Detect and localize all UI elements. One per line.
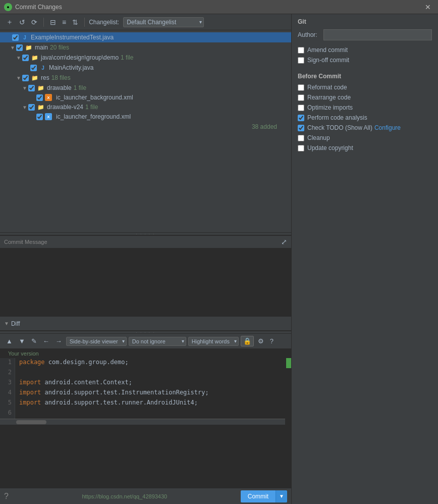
code-line: 5 import android.support.test.runner.And… <box>0 398 285 409</box>
add-button[interactable]: ＋ <box>4 17 15 28</box>
viewer-select[interactable]: Side-by-side viewer Unified viewer <box>66 337 127 346</box>
list-item[interactable]: ▼ 📁 java\com\design\group\demo 1 file <box>0 53 291 63</box>
diff-forward-button[interactable]: → <box>53 336 64 346</box>
ignore-select[interactable]: Do not ignore Ignore whitespace <box>129 337 186 346</box>
tree-arrow: ▼ <box>22 85 28 91</box>
reformat-checkbox[interactable] <box>298 84 304 91</box>
amend-commit-label: Amend commit <box>307 46 348 54</box>
list-item[interactable]: J ExampleInstrumentedTest.java <box>0 32 291 42</box>
v-scrollbar-thumb[interactable] <box>286 358 291 368</box>
undo-button[interactable]: ↺ <box>17 17 27 27</box>
folder-checkbox[interactable] <box>28 85 35 91</box>
line-number: 6 <box>0 409 15 419</box>
settings-button[interactable]: ⚙ <box>256 336 266 346</box>
list-item[interactable]: ▼ 📁 main 20 files <box>0 42 291 53</box>
diff-header: ▼ Diff <box>0 317 291 331</box>
folder-icon: 📁 <box>31 54 39 62</box>
lock-button[interactable]: 🔒 <box>241 336 254 346</box>
file-checkbox[interactable] <box>12 34 19 41</box>
expand-button[interactable]: ≡ <box>60 17 68 27</box>
java-file-icon: J <box>21 33 29 41</box>
author-row: Author: <box>298 29 432 40</box>
bottom-bar: ? https://blog.csdn.net/qq_42893430 Comm… <box>0 488 291 504</box>
file-count: 1 file <box>121 54 133 61</box>
list-item[interactable]: ▼ 📁 drawable-v24 1 file <box>0 102 291 112</box>
xml-file-icon: X <box>45 94 52 101</box>
list-item[interactable]: X ic_launcher_foreground.xml <box>0 112 291 121</box>
copyright-checkbox[interactable] <box>298 145 304 152</box>
refresh-button[interactable]: ⟳ <box>29 17 39 27</box>
file-name: ic_launcher_foreground.xml <box>56 113 131 120</box>
changelist-label: Changelist: <box>89 19 119 26</box>
folder-name: java\com\design\group\demo <box>41 54 119 61</box>
v-scrollbar[interactable] <box>285 358 291 488</box>
commit-dropdown-button[interactable]: ▼ <box>276 490 287 502</box>
toolbar: ＋ ↺ ⟳ ⊟ ≡ ⇅ Changelist: Default Changeli… <box>0 14 291 30</box>
configure-link[interactable]: Configure <box>374 124 401 131</box>
list-item[interactable]: ▼ 📁 res 18 files <box>0 73 291 83</box>
line-number: 3 <box>0 378 15 388</box>
list-item[interactable]: X ic_launcher_background.xml <box>0 93 291 102</box>
signoff-commit-row: Sign-off commit <box>298 57 432 64</box>
code-block[interactable]: 1 package com.design.group.demo; 2 3 imp… <box>0 358 285 488</box>
folder-checkbox[interactable] <box>28 104 35 111</box>
window-title: Commit Changes <box>15 4 422 11</box>
diff-edit-button[interactable]: ✎ <box>29 336 39 346</box>
diff-prev-button[interactable]: ▲ <box>4 336 15 346</box>
h-scrollbar-thumb[interactable] <box>16 420 46 424</box>
commit-message-section: Commit Message ⤢ <box>0 235 291 316</box>
diff-back-button[interactable]: ← <box>41 336 51 346</box>
bottom-link: https://blog.csdn.net/qq_42893430 <box>82 493 167 499</box>
folder-checkbox[interactable] <box>16 44 23 51</box>
file-checkbox[interactable] <box>30 65 37 71</box>
code-line: 4 import android.support.test.Instrument… <box>0 388 285 398</box>
your-version-bar: Your version <box>0 349 291 358</box>
todo-checkbox[interactable] <box>298 125 304 131</box>
file-count: 18 files <box>51 74 71 81</box>
file-checkbox[interactable] <box>36 114 43 120</box>
author-label: Author: <box>298 31 320 38</box>
amend-commit-checkbox[interactable] <box>298 47 304 54</box>
sort-button[interactable]: ⇅ <box>70 17 80 27</box>
close-button[interactable]: ✕ <box>422 2 434 12</box>
folder-checkbox[interactable] <box>22 55 29 61</box>
rearrange-checkbox[interactable] <box>298 94 304 101</box>
diff-toolbar: ▲ ▼ ✎ ← → Side-by-side viewer Unified vi… <box>0 334 291 349</box>
line-number: 4 <box>0 388 15 398</box>
commit-message-expand-button[interactable]: ⤢ <box>281 238 287 246</box>
diff-title: Diff <box>11 320 20 327</box>
line-content <box>15 409 23 419</box>
optimize-checkbox[interactable] <box>298 105 304 111</box>
diff-next-button[interactable]: ▼ <box>17 336 27 346</box>
cleanup-checkbox[interactable] <box>298 135 304 141</box>
rearrange-label: Rearrange code <box>307 94 351 101</box>
app-icon: ● <box>4 3 12 11</box>
tree-arrow: ▼ <box>16 55 22 61</box>
author-input[interactable] <box>323 29 432 40</box>
folder-icon: 📁 <box>37 103 45 111</box>
file-name: MainActivity.java <box>49 64 93 71</box>
viewer-select-wrapper: Side-by-side viewer Unified viewer ▾ <box>66 337 127 346</box>
list-item[interactable]: J MainActivity.java <box>0 63 291 73</box>
commit-message-label: Commit Message <box>4 239 47 245</box>
reformat-row: Reformat code <box>298 84 432 91</box>
h-scrollbar[interactable] <box>0 419 285 425</box>
cleanup-row: Cleanup <box>298 134 432 141</box>
commit-message-input[interactable] <box>0 248 291 316</box>
diff-help-button[interactable]: ? <box>268 336 276 346</box>
changelist-select[interactable]: Default Changelist <box>123 17 204 27</box>
collapse-button[interactable]: ⊟ <box>48 17 58 27</box>
folder-name: drawable-v24 <box>47 104 83 111</box>
list-item[interactable]: ▼ 📁 drawable 1 file <box>0 83 291 93</box>
highlight-select[interactable]: Highlight words Highlight chars <box>188 337 239 346</box>
signoff-commit-checkbox[interactable] <box>298 57 304 64</box>
help-button[interactable]: ? <box>4 492 9 501</box>
title-bar: ● Commit Changes ✕ <box>0 0 438 14</box>
folder-checkbox[interactable] <box>22 75 29 81</box>
diff-collapse-arrow[interactable]: ▼ <box>4 321 9 326</box>
analyze-checkbox[interactable] <box>298 115 304 121</box>
commit-button[interactable]: Commit <box>241 490 276 502</box>
file-checkbox[interactable] <box>36 94 43 101</box>
file-count: 20 files <box>50 44 69 51</box>
file-count: 1 file <box>85 104 98 111</box>
